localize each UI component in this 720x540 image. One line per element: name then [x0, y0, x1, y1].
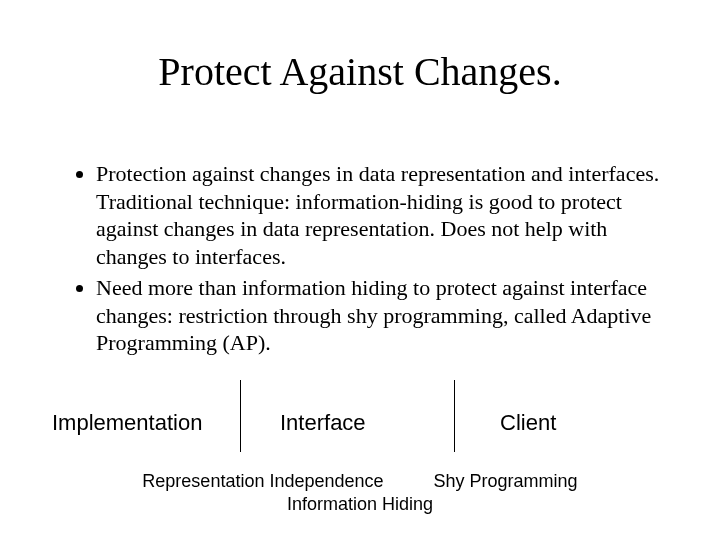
bullet-list: Protection against changes in data repre… — [72, 160, 662, 361]
diagram-label-client: Client — [500, 410, 556, 436]
bullet-item: Protection against changes in data repre… — [96, 160, 662, 270]
label-representation-independence: Representation Independence — [142, 471, 383, 491]
diagram-label-interface: Interface — [280, 410, 366, 436]
slide: Protect Against Changes. Protection agai… — [0, 0, 720, 540]
bullet-item: Need more than information hiding to pro… — [96, 274, 662, 357]
bottom-row-1: Representation Independence Shy Programm… — [0, 470, 720, 493]
slide-title: Protect Against Changes. — [0, 48, 720, 95]
divider-line — [240, 380, 241, 452]
diagram-label-implementation: Implementation — [52, 410, 202, 436]
diagram: Implementation Interface Client — [0, 380, 720, 470]
label-shy-programming: Shy Programming — [434, 471, 578, 491]
divider-line — [454, 380, 455, 452]
label-information-hiding: Information Hiding — [0, 493, 720, 516]
diagram-bottom-labels: Representation Independence Shy Programm… — [0, 470, 720, 515]
